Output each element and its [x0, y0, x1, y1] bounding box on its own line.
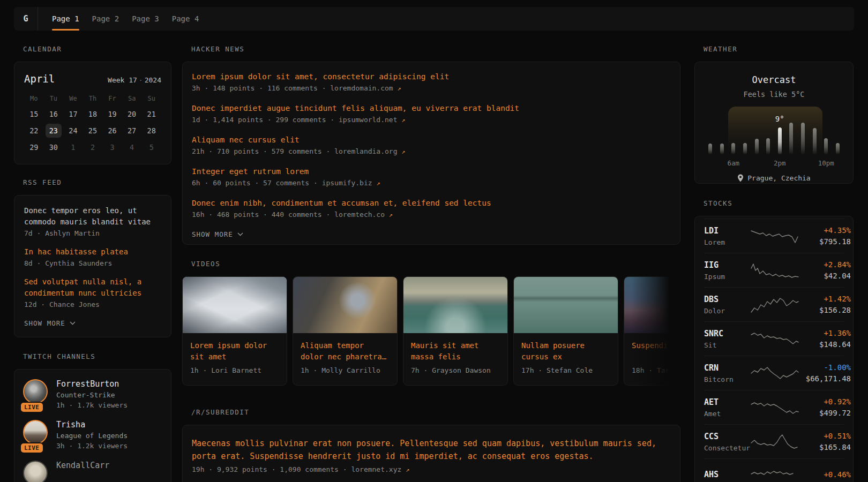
page-tab[interactable]: Page 4 — [166, 7, 206, 31]
video-card[interactable]: Aliquam tempor dolor nec pharetra… 1h · … — [293, 276, 398, 386]
page-tab[interactable]: Page 3 — [125, 7, 166, 31]
stock-ticker[interactable]: DBS — [704, 295, 750, 304]
video-card[interactable]: Suspendisse diam 18h · Tara — [624, 276, 680, 386]
video-thumbnail[interactable] — [183, 277, 287, 333]
weather-feels-like: Feels like 5°C — [695, 90, 853, 99]
video-title-link[interactable]: Lorem ipsum dolor sit amet consectetu… — [190, 340, 279, 363]
stock-ticker[interactable]: LDI — [704, 226, 750, 236]
calendar-day[interactable]: 17 — [65, 107, 81, 121]
calendar-day[interactable]: 21 — [144, 107, 160, 121]
external-link-icon[interactable]: ↗ — [401, 148, 405, 155]
video-title-link[interactable]: Aliquam tempor dolor nec pharetra… — [301, 340, 390, 363]
stock-ticker[interactable]: AHS — [704, 470, 750, 479]
twitch-channel[interactable]: LIVE Trisha League of Legends 3h · 1.2k … — [23, 420, 162, 450]
video-thumbnail[interactable] — [624, 277, 680, 333]
stock-sparkline-wrap — [750, 330, 799, 348]
rss-item-link[interactable]: Sed volutpat nulla nisl, a condimentum n… — [24, 276, 161, 299]
channel-name[interactable]: Trisha — [56, 420, 128, 430]
video-thumbnail[interactable] — [293, 277, 397, 333]
calendar-day[interactable]: 15 — [26, 107, 42, 121]
stock-ticker[interactable]: CCS — [704, 432, 750, 441]
stock-row[interactable]: AET Amet +0.92% $499.72 — [704, 390, 844, 424]
stock-ticker[interactable]: SNRC — [704, 329, 750, 338]
rss-item-link[interactable]: In hac habitasse platea — [24, 246, 161, 258]
stock-price: $148.64 — [799, 340, 851, 349]
external-link-icon[interactable]: ↗ — [401, 116, 405, 124]
calendar-day[interactable]: 1 — [65, 140, 81, 154]
calendar-day[interactable]: 20 — [124, 107, 140, 121]
stock-row[interactable]: CRN Bitcorn -1.00% $66,171.48 — [704, 356, 844, 390]
video-title-link[interactable]: Nullam posuere cursus ex — [521, 340, 610, 363]
calendar-day[interactable]: 19 — [104, 107, 121, 121]
calendar-day[interactable]: 30 — [46, 140, 62, 154]
avatar[interactable]: LIVE — [23, 461, 48, 482]
video-title-link[interactable]: Suspendisse diam — [632, 340, 680, 363]
stock-row[interactable]: CCS Consectetur +0.51% $165.84 — [704, 424, 844, 458]
video-card[interactable]: Lorem ipsum dolor sit amet consectetu… 1… — [182, 276, 287, 386]
twitch-channel[interactable]: LIVE ForrestBurton Counter-Strike 1h · 1… — [23, 379, 162, 409]
calendar-day[interactable]: 23 — [46, 124, 62, 138]
calendar-day[interactable]: 29 — [26, 140, 42, 154]
avatar[interactable]: LIVE — [23, 420, 48, 450]
news-title-link[interactable]: Donec enim nibh, condimentum et accumsan… — [192, 199, 671, 207]
calendar-day[interactable]: 28 — [144, 124, 160, 138]
stock-sparkline — [750, 330, 799, 348]
calendar-widget: April Week 17·2024 MoTuWeThFrSaSu 151617… — [14, 62, 171, 164]
app-logo[interactable]: G — [14, 7, 38, 31]
video-card[interactable]: Nullam posuere cursus ex 17h · Stefan Co… — [513, 276, 618, 386]
calendar-day[interactable]: 18 — [85, 107, 101, 121]
separator-dot: · — [137, 76, 145, 84]
page-tabs: Page 1 Page 2 Page 3 Page 4 — [38, 7, 205, 31]
rss-item-link[interactable]: Donec tempor eros leo, ut commodo mauris… — [24, 205, 161, 228]
avatar[interactable]: LIVE — [23, 379, 48, 409]
external-link-icon[interactable]: ↗ — [389, 211, 393, 219]
stock-ticker[interactable]: AET — [704, 397, 750, 407]
news-title-link[interactable]: Aliquam nec cursus elit — [192, 135, 671, 144]
calendar-day[interactable]: 26 — [104, 124, 121, 138]
stock-ticker[interactable]: IIG — [704, 260, 750, 270]
hackernews-show-more-button[interactable]: SHOW MORE — [192, 230, 671, 238]
external-link-icon[interactable]: ↗ — [376, 179, 380, 187]
stock-sparkline — [750, 228, 799, 245]
stock-row[interactable]: AHS +0.46% — [704, 458, 844, 482]
stock-row[interactable]: SNRC Sit +1.36% $148.64 — [704, 321, 844, 356]
video-thumbnail[interactable] — [403, 277, 507, 333]
channel-info: KendallCarr — [56, 461, 109, 482]
video-card[interactable]: Mauris sit amet massa felis 7h · Grayson… — [403, 276, 508, 386]
stock-values: +0.46% — [799, 470, 851, 481]
external-link-icon[interactable]: ↗ — [406, 466, 409, 473]
calendar-day[interactable]: 3 — [104, 140, 121, 154]
weather-bar — [824, 138, 828, 154]
stock-price: $156.28 — [799, 306, 851, 314]
external-link-icon[interactable]: ↗ — [398, 85, 401, 92]
calendar-day[interactable]: 24 — [65, 124, 81, 138]
rss-show-more-button[interactable]: SHOW MORE — [24, 319, 161, 327]
stocks-section-label: STOCKS — [694, 199, 854, 207]
calendar-day[interactable]: 27 — [124, 124, 140, 138]
page-tab[interactable]: Page 2 — [86, 7, 126, 31]
news-title-link[interactable]: Lorem ipsum dolor sit amet, consectetur … — [192, 72, 671, 81]
calendar-day[interactable]: 16 — [46, 107, 62, 121]
stock-change: +0.92% — [799, 397, 851, 406]
video-thumbnail[interactable] — [514, 277, 618, 333]
page-tab[interactable]: Page 1 — [46, 7, 86, 31]
calendar-day[interactable]: 25 — [85, 124, 101, 138]
stock-row[interactable]: LDI Lorem +4.35% $795.18 — [704, 219, 844, 253]
calendar-day[interactable]: 22 — [26, 124, 42, 138]
stock-change: +2.84% — [799, 260, 851, 269]
news-title-link[interactable]: Integer eget rutrum lorem — [192, 167, 671, 176]
calendar-day[interactable]: 5 — [144, 140, 160, 154]
calendar-day[interactable]: 2 — [85, 140, 101, 154]
stock-row[interactable]: IIG Ipsum +2.84% $42.04 — [704, 253, 844, 287]
calendar-week-year: Week 17·2024 — [108, 76, 161, 84]
channel-name[interactable]: ForrestBurton — [56, 379, 128, 389]
video-title-link[interactable]: Mauris sit amet massa felis — [411, 340, 500, 363]
stock-ticker[interactable]: CRN — [704, 363, 750, 373]
channel-name[interactable]: KendallCarr — [56, 461, 109, 470]
stock-row[interactable]: DBS Dolor +1.42% $156.28 — [704, 287, 844, 321]
news-title-link[interactable]: Donec imperdiet augue tincidunt felis al… — [192, 104, 671, 112]
calendar-day[interactable]: 4 — [124, 140, 140, 154]
twitch-channel[interactable]: LIVE KendallCarr — [23, 461, 162, 482]
reddit-post-link[interactable]: Maecenas mollis pulvinar erat non posuer… — [192, 437, 671, 463]
daylight-highlight — [728, 107, 822, 154]
